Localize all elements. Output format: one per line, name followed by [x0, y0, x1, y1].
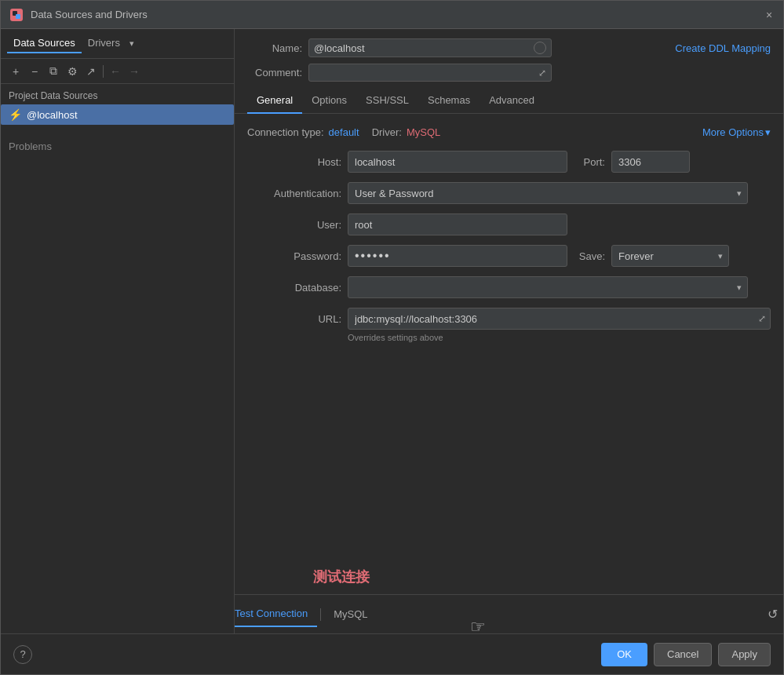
export-button[interactable]: ↗: [82, 63, 100, 80]
close-button[interactable]: ×: [763, 9, 775, 21]
port-label: Port:: [574, 156, 605, 168]
more-options-button[interactable]: More Options ▾: [702, 126, 771, 138]
host-row: Host: Port:: [247, 151, 771, 173]
user-row: User:: [247, 213, 771, 235]
tab-options[interactable]: Options: [302, 88, 356, 114]
password-input[interactable]: [348, 245, 567, 267]
datasource-label: @localhost: [27, 109, 78, 121]
remove-datasource-button[interactable]: −: [26, 63, 43, 80]
problems-label[interactable]: Problems: [1, 125, 234, 155]
app-icon: [9, 7, 24, 23]
datasource-icon: ⚡: [9, 108, 22, 121]
tab-drivers[interactable]: Drivers: [82, 34, 126, 53]
url-hint: Overrides settings above: [348, 333, 771, 342]
port-input[interactable]: [611, 151, 690, 173]
tab-general[interactable]: General: [247, 88, 302, 114]
url-label: URL:: [247, 313, 341, 325]
name-row: Name: Create DDL Mapping: [235, 29, 783, 64]
name-input[interactable]: [314, 42, 531, 54]
settings-button[interactable]: ⚙: [64, 63, 81, 80]
url-expand-icon[interactable]: ⤢: [758, 313, 766, 324]
auth-dropdown-wrapper: User & Password No auth Password SSH tun…: [348, 182, 748, 204]
title-bar-left: Data Sources and Drivers: [9, 7, 148, 23]
user-input[interactable]: [348, 213, 567, 235]
password-row: Password: Save: Forever Until restart Ne…: [247, 245, 771, 267]
url-row: URL: ⤢: [247, 308, 771, 330]
comment-input-wrapper: ⤢: [308, 64, 552, 82]
mysql-tab-label[interactable]: MySQL: [324, 602, 377, 626]
tab-ssh-ssl[interactable]: SSH/SSL: [356, 88, 418, 114]
url-input[interactable]: [348, 308, 771, 330]
ok-button[interactable]: OK: [601, 643, 647, 666]
url-input-wrapper: ⤢: [348, 308, 771, 330]
toolbar-separator: [103, 65, 104, 78]
save-dropdown-wrapper: Forever Until restart Never ▾: [611, 245, 729, 267]
comment-expand-icon[interactable]: ⤢: [538, 68, 546, 78]
driver-value[interactable]: MySQL: [407, 126, 440, 138]
cancel-button[interactable]: Cancel: [654, 643, 712, 666]
project-data-sources-label: Project Data Sources: [1, 84, 234, 104]
driver-label: Driver:: [372, 126, 402, 138]
undo-button[interactable]: ↺: [761, 604, 783, 626]
bottom-buttons: OK Cancel Apply: [601, 643, 771, 666]
content-tabs-bar: General Options SSH/SSL Schemas Advanced: [235, 88, 783, 114]
save-select[interactable]: Forever Until restart Never: [611, 245, 729, 267]
authentication-row: Authentication: User & Password No auth …: [247, 182, 771, 204]
name-input-wrapper: [308, 38, 552, 57]
apply-button[interactable]: Apply: [718, 643, 771, 666]
chinese-test-label: 测试连接: [313, 567, 370, 586]
auth-label: Authentication:: [247, 188, 341, 199]
database-label: Database:: [247, 282, 341, 294]
left-panel: Data Sources Drivers ▾ + − ⧉ ⚙ ↗ ← → Pro…: [1, 29, 235, 633]
dialog: Data Sources and Drivers × Data Sources …: [0, 0, 784, 675]
connection-type-row: Connection type: default Driver: MySQL M…: [247, 126, 771, 138]
auth-select[interactable]: User & Password No auth Password SSH tun…: [348, 182, 748, 204]
tab-data-sources[interactable]: Data Sources: [7, 34, 82, 53]
left-tabs: Data Sources Drivers ▾: [1, 29, 234, 59]
help-button[interactable]: ?: [13, 645, 32, 664]
name-status-circle: [534, 42, 546, 54]
user-label: User:: [247, 219, 341, 231]
host-label: Host:: [247, 156, 341, 168]
nav-forward-button[interactable]: →: [126, 63, 143, 80]
create-ddl-button[interactable]: Create DDL Mapping: [675, 42, 771, 54]
left-toolbar: + − ⧉ ⚙ ↗ ← →: [1, 59, 234, 84]
add-datasource-button[interactable]: +: [7, 63, 24, 80]
title-bar: Data Sources and Drivers ×: [1, 1, 783, 29]
right-panel: Name: Create DDL Mapping Comment: ⤢ Gene…: [235, 29, 783, 633]
comment-input[interactable]: [314, 67, 538, 78]
more-options-chevron-icon: ▾: [765, 126, 771, 138]
tab-arrow: ▾: [129, 38, 134, 49]
connection-type-value[interactable]: default: [329, 126, 359, 138]
connection-type-label: Connection type:: [247, 126, 324, 138]
test-connection-button[interactable]: Test Connection: [235, 601, 317, 627]
copy-datasource-button[interactable]: ⧉: [45, 63, 62, 80]
comment-field-label: Comment:: [247, 67, 302, 78]
comment-row: Comment: ⤢: [235, 64, 783, 88]
tab-schemas[interactable]: Schemas: [418, 88, 480, 114]
test-connection-area: 测试连接 Test Connection MySQL ☞ ↺: [235, 594, 783, 633]
nav-back-button[interactable]: ←: [107, 63, 124, 80]
database-select[interactable]: [348, 276, 748, 298]
test-area-separator: [320, 608, 321, 621]
dialog-title: Data Sources and Drivers: [31, 9, 148, 20]
content-area: Connection type: default Driver: MySQL M…: [235, 114, 783, 594]
cursor-hand-icon: ☞: [470, 617, 486, 633]
main-layout: Data Sources Drivers ▾ + − ⧉ ⚙ ↗ ← → Pro…: [1, 29, 783, 633]
name-field-label: Name:: [247, 42, 302, 54]
svg-rect-2: [16, 14, 20, 19]
host-input[interactable]: [348, 151, 567, 173]
database-row: Database: ▾: [247, 276, 771, 298]
password-label: Password:: [247, 250, 341, 262]
tab-advanced[interactable]: Advanced: [480, 88, 544, 114]
datasource-item-localhost[interactable]: ⚡ @localhost: [1, 104, 234, 125]
bottom-bar: ? OK Cancel Apply: [1, 633, 783, 674]
save-label: Save:: [574, 250, 605, 262]
database-dropdown-wrapper: ▾: [348, 276, 748, 298]
